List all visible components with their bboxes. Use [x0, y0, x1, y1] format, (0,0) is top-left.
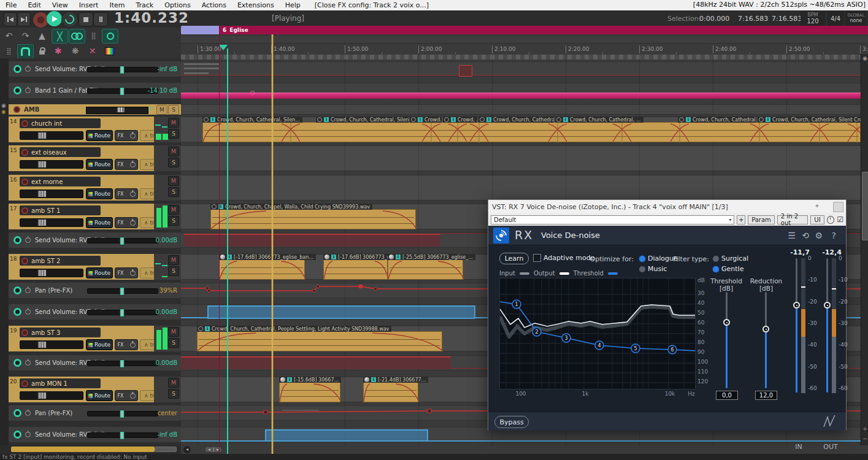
media-item-label[interactable]: iCrowd, Church, Cathedral, Silen...: [202, 117, 302, 123]
power-icon[interactable]: [25, 410, 31, 416]
track-name-chip[interactable]: church int: [20, 118, 101, 128]
track-name[interactable]: amb ST 2: [31, 258, 60, 264]
power-icon[interactable]: [25, 288, 31, 293]
filter-option-gentle[interactable]: Gentle: [721, 265, 743, 273]
threshold-value[interactable]: 0,0: [716, 391, 738, 400]
freeze-icon[interactable]: ❋: [67, 44, 83, 58]
fx-button[interactable]: FX: [115, 130, 138, 141]
track-19[interactable]: 19amb ST 3RouteFX∧trimMS: [9, 326, 181, 351]
menu-file[interactable]: File: [0, 1, 22, 9]
power-icon[interactable]: [25, 360, 31, 366]
track-name[interactable]: amb MON 1: [31, 380, 67, 387]
solo-button[interactable]: S: [168, 389, 179, 399]
undo-icon[interactable]: ↶: [1, 29, 17, 42]
route-button[interactable]: Route: [86, 339, 113, 350]
out-gain-handle[interactable]: [824, 302, 831, 309]
track-14[interactable]: 14church intRouteFX∧trimMS: [9, 117, 181, 142]
eye-icon[interactable]: ◉: [861, 55, 868, 61]
envelope-knob-icon[interactable]: [13, 308, 21, 316]
track-name-chip[interactable]: ext morne: [20, 177, 101, 186]
track-name-chip[interactable]: amb ST 2: [20, 256, 101, 266]
plugin-title-bar[interactable]: VST: RX 7 Voice De-noise (iZotope, Inc.)…: [488, 200, 846, 213]
media-item-label[interactable]: iCrowd, Church, Cathedral, Silent Crowd,…: [678, 117, 756, 123]
media-item-label[interactable]: iCrowd, Church, Cathedral, Silent Crowd,…: [316, 117, 409, 123]
media-item[interactable]: [202, 122, 861, 142]
mute-button[interactable]: M: [168, 147, 179, 156]
presets-list-icon[interactable]: ☰: [788, 231, 796, 240]
envelope-knob-icon[interactable]: [13, 409, 21, 417]
zoom-out-icon[interactable]: −: [861, 435, 868, 442]
repeat-button[interactable]: [61, 11, 78, 28]
tcp-scrollbar[interactable]: [11, 447, 155, 452]
play-button[interactable]: [47, 11, 62, 26]
track-18[interactable]: 18amb ST 2RouteFX∧trimMS: [9, 254, 181, 280]
track-17[interactable]: 17amb ST 1RouteFX∧trimMS: [9, 204, 181, 229]
param-button[interactable]: Param: [748, 215, 775, 224]
menu-extensions[interactable]: Extensions: [232, 1, 280, 9]
envelope-knob-icon[interactable]: [13, 86, 21, 94]
media-item[interactable]: [388, 259, 463, 280]
link-icon[interactable]: [69, 29, 85, 44]
media-item-label[interactable]: i[-17.6dB] 3066773_eglise_ban...: [219, 254, 316, 260]
volume-slider-thumb[interactable]: [37, 219, 47, 226]
magenta-envelope-band[interactable]: [181, 93, 861, 99]
io-button[interactable]: 2 in 2 out: [777, 215, 808, 224]
record-arm-icon[interactable]: [21, 207, 28, 214]
selection-start[interactable]: 0:00.000: [699, 15, 729, 23]
media-item-label[interactable]: i[-15.6dB] 30667...: [279, 377, 341, 383]
menu-item[interactable]: Item: [104, 1, 130, 9]
media-item-label[interactable]: iCrowd, Church, Cathedral, ...: [555, 117, 643, 123]
track-16[interactable]: 16ext morneRouteFX∧trimMS: [9, 175, 181, 201]
fx-power-icon[interactable]: [130, 162, 136, 167]
folder-volume-slider[interactable]: [86, 107, 148, 114]
envelope-lane-15[interactable]: Send Volume: RVB églis-inf dB: [9, 427, 181, 442]
mute-button[interactable]: M: [168, 327, 179, 337]
track-name[interactable]: amb ST 1: [31, 207, 60, 214]
stop-button[interactable]: [79, 12, 93, 26]
fx-button[interactable]: FX: [115, 159, 138, 170]
solo-button[interactable]: S: [168, 338, 179, 348]
envelope-lane-7[interactable]: Send Volume: RVB églis0.00dB: [9, 232, 181, 248]
menu-options[interactable]: Options: [159, 1, 196, 9]
volume-slider-thumb[interactable]: [37, 161, 47, 168]
bypass-button[interactable]: Bypass: [494, 416, 529, 428]
fx-button[interactable]: FX: [115, 390, 138, 401]
global-automation[interactable]: GLOBAL none: [846, 11, 866, 26]
track-name-chip[interactable]: amb MON 1: [20, 378, 101, 388]
envelope-node[interactable]: [250, 91, 255, 95]
fx-button[interactable]: FX: [115, 217, 138, 228]
media-item[interactable]: [323, 259, 388, 280]
optimize-radio-music[interactable]: [639, 266, 645, 272]
volume-slider-thumb[interactable]: [37, 190, 47, 197]
mute-button[interactable]: M: [168, 176, 179, 186]
volume-slider-thumb[interactable]: [37, 132, 47, 139]
mute-button[interactable]: M: [168, 378, 179, 388]
track-name[interactable]: AMB: [24, 106, 39, 113]
pause-button[interactable]: [93, 12, 108, 26]
zoom-in-icon[interactable]: +: [861, 426, 868, 432]
fx-button[interactable]: FX: [115, 339, 138, 350]
vertical-scroll-thumb[interactable]: [862, 172, 868, 240]
solo-button[interactable]: S: [168, 158, 179, 167]
filter-radio-surgical[interactable]: [713, 256, 719, 262]
track-volume-slider[interactable]: [20, 340, 83, 349]
menu-track[interactable]: Track: [130, 1, 159, 9]
grid-icon[interactable]: ⣿: [1, 44, 17, 58]
theme-icon[interactable]: [102, 44, 117, 58]
snap-icon[interactable]: [17, 44, 34, 59]
send-envelope-band[interactable]: [265, 429, 428, 442]
volume-slider-thumb[interactable]: [37, 392, 47, 399]
selection-length[interactable]: 7:16.583: [772, 15, 802, 23]
power-icon[interactable]: [25, 309, 31, 315]
menu-view[interactable]: View: [47, 1, 74, 9]
track-15[interactable]: 15ext oiseauxRouteFX∧trimMS: [9, 145, 181, 171]
folder-icon[interactable]: ❋: [1, 109, 6, 115]
track-name-chip[interactable]: amb ST 1: [20, 205, 101, 215]
dock-button[interactable]: [833, 202, 843, 212]
optimize-radio-dialogue[interactable]: [639, 256, 645, 262]
fx-power-icon[interactable]: [130, 393, 136, 399]
track-volume-slider[interactable]: [20, 218, 83, 227]
media-item-label[interactable]: i[-17.6dB] 3066773_e...: [323, 254, 397, 260]
time-signature[interactable]: 4/4: [828, 11, 843, 26]
media-item[interactable]: [197, 331, 442, 351]
